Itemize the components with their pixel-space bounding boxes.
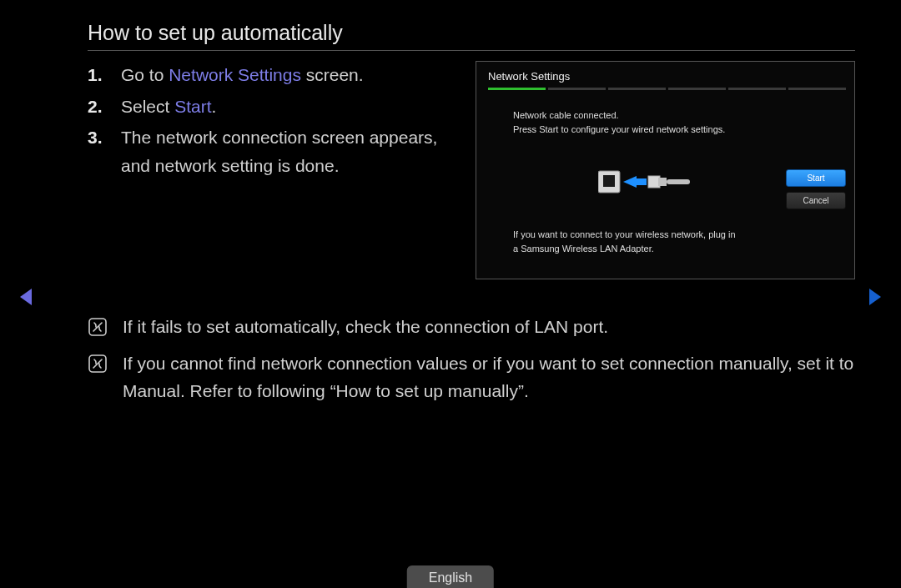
progress-segment [608, 88, 666, 90]
triangle-right-icon [868, 287, 883, 307]
progress-segment [788, 88, 846, 90]
steps-list: 1. Go to Network Settings screen. 2. Sel… [88, 61, 455, 279]
svg-rect-4 [637, 178, 647, 185]
svg-rect-6 [658, 178, 667, 186]
note-item: If it fails to set automatically, check … [88, 313, 855, 341]
svg-marker-11 [869, 289, 881, 305]
panel-title: Network Settings [488, 70, 846, 83]
cable-illustration [513, 136, 774, 228]
network-settings-panel: Network Settings Network cable connected… [476, 61, 855, 279]
step-number: 2. [88, 93, 121, 121]
start-button[interactable]: Start [786, 169, 846, 187]
highlight-text: Start [174, 97, 211, 116]
note-icon [88, 354, 108, 374]
note-item: If you cannot find network connection va… [88, 349, 855, 405]
panel-hint: If you want to connect to your wireless … [513, 228, 774, 270]
page-title: How to set up automatically [88, 21, 855, 51]
svg-rect-7 [667, 179, 690, 184]
notes-section: If it fails to set automatically, check … [88, 313, 855, 405]
cancel-button[interactable]: Cancel [786, 192, 846, 209]
prev-page-arrow[interactable] [18, 287, 33, 310]
step-number: 1. [88, 61, 121, 89]
step-text: The network connection screen appears, a… [121, 123, 455, 179]
svg-rect-5 [648, 176, 660, 188]
svg-marker-10 [20, 289, 32, 305]
note-text: If you cannot find network connection va… [123, 349, 855, 405]
progress-segment [548, 88, 606, 90]
step-text: Go to Network Settings screen. [121, 61, 364, 89]
progress-segment [668, 88, 726, 90]
progress-segment-active [488, 88, 546, 90]
note-icon [88, 317, 108, 337]
step-item: 3. The network connection screen appears… [88, 123, 455, 179]
ethernet-cable-icon [598, 166, 690, 198]
triangle-left-icon [18, 287, 33, 307]
highlight-text: Network Settings [169, 65, 301, 84]
next-page-arrow[interactable] [868, 287, 883, 310]
language-indicator[interactable]: English [407, 565, 494, 588]
note-text: If it fails to set automatically, check … [123, 313, 608, 341]
svg-rect-2 [607, 184, 612, 187]
step-item: 1. Go to Network Settings screen. [88, 61, 455, 89]
step-text: Select Start. [121, 93, 216, 121]
svg-marker-3 [623, 176, 637, 188]
progress-segments [488, 88, 846, 90]
panel-message: Network cable connected. Press Start to … [513, 108, 774, 136]
step-item: 2. Select Start. [88, 93, 455, 121]
step-number: 3. [88, 123, 121, 179]
progress-segment [728, 88, 786, 90]
